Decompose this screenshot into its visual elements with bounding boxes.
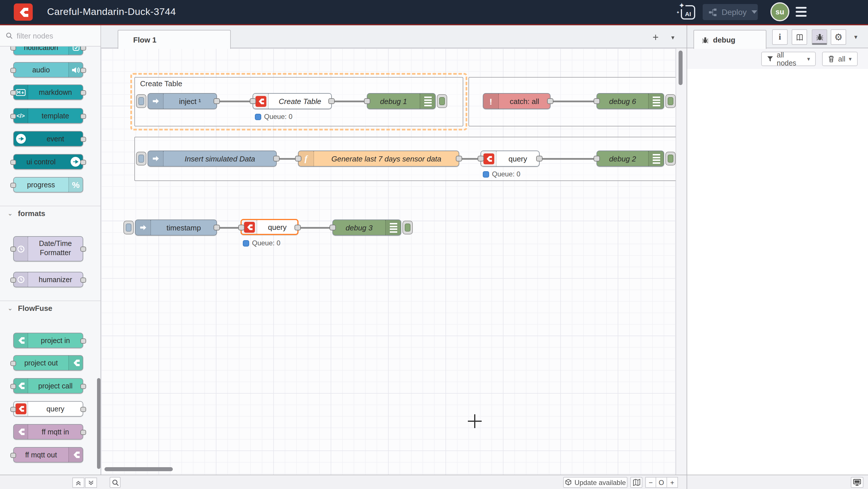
node-function-generate[interactable]: f Generate last 7 days sensor data (298, 150, 459, 167)
flowfuse-logo-icon[interactable] (14, 3, 33, 21)
wire[interactable] (216, 100, 254, 102)
deploy-caret-icon[interactable] (751, 10, 757, 14)
sidebar-tabs-caret[interactable]: ▾ (854, 33, 857, 41)
port[interactable] (214, 98, 220, 104)
node-inject[interactable]: inject ¹ (148, 93, 217, 109)
node-insert-simulated-data[interactable]: Insert simulated Data (148, 150, 277, 167)
flow-canvas[interactable]: Create Table inject ¹ Create Table Queue… (101, 48, 676, 474)
hamburger-menu-icon[interactable] (796, 7, 807, 17)
node-debug-6[interactable]: debug 6 (596, 93, 664, 109)
port[interactable] (238, 225, 245, 230)
port[interactable] (330, 225, 336, 230)
port (10, 183, 16, 188)
node-timestamp[interactable]: timestamp (135, 220, 217, 236)
section-label: formats (18, 209, 45, 218)
port[interactable] (594, 98, 600, 104)
palette-node-ff-mqtt-in[interactable]: ff mqtt in (13, 424, 83, 439)
port[interactable] (329, 98, 335, 104)
debug-toggle-button[interactable] (665, 94, 676, 108)
palette-node-event[interactable]: event (13, 131, 83, 146)
port[interactable] (295, 156, 301, 162)
debug-toggle-button[interactable] (402, 221, 413, 234)
node-query-selected[interactable]: query (241, 219, 299, 235)
palette-node-humanizer[interactable]: humanizer (13, 272, 83, 287)
port[interactable] (536, 156, 542, 162)
update-available-button[interactable]: Update available (563, 477, 627, 488)
deploy-button[interactable]: Deploy (703, 4, 758, 20)
palette-node-label: event (28, 132, 83, 146)
sparkle-small-icon: ✦ (676, 10, 680, 15)
add-flow-button[interactable]: + (649, 30, 662, 44)
trash-label: all (838, 55, 845, 63)
node-query-2[interactable]: query (480, 150, 539, 167)
palette-node-template[interactable]: </> template (13, 108, 83, 123)
palette-node-markdown[interactable]: markdown (13, 84, 83, 100)
section-header-formats[interactable]: ⌄ formats (0, 209, 101, 218)
port[interactable] (364, 98, 370, 104)
port[interactable] (250, 98, 256, 104)
ai-assistant-icon[interactable]: AI ✦ ✦ (681, 5, 695, 20)
debug-tab-button[interactable] (812, 29, 827, 45)
debug-toggle-button[interactable] (437, 94, 447, 108)
port[interactable] (547, 98, 553, 104)
debug-clear-button[interactable]: all ▾ (822, 52, 858, 66)
debug-toggle-button[interactable] (665, 152, 676, 166)
palette-node-datetime-formatter[interactable]: Date/Time Formatter (13, 236, 83, 261)
palette-filter[interactable]: filter nodes (0, 25, 100, 47)
palette-node-query[interactable]: query (13, 401, 83, 416)
wire[interactable] (549, 100, 598, 102)
caret-down-icon: ▾ (849, 56, 851, 62)
zoom-out-button[interactable]: − (645, 477, 656, 488)
port[interactable] (214, 225, 220, 230)
bug-icon (702, 36, 709, 44)
navigator-map-button[interactable] (630, 477, 642, 488)
info-tab-button[interactable]: i (772, 29, 787, 45)
node-catch-all[interactable]: ! catch: all (483, 93, 551, 109)
palette-node-project-in[interactable]: project in (13, 333, 83, 348)
inject-button[interactable] (136, 94, 146, 108)
wire[interactable] (331, 100, 368, 102)
port[interactable] (273, 156, 280, 162)
port (81, 247, 86, 252)
wire[interactable] (538, 158, 598, 160)
tab-flow-1[interactable]: Flow 1 (118, 30, 231, 49)
zoom-reset-button[interactable]: O (656, 477, 667, 488)
config-gear-tab-button[interactable]: ⚙ (831, 29, 846, 45)
inject-button[interactable] (136, 152, 146, 166)
sidebar-tab-debug[interactable]: debug (693, 30, 766, 49)
palette-node-project-out[interactable]: project out (13, 355, 83, 371)
canvas-search-button[interactable] (110, 477, 121, 488)
open-window-button[interactable] (851, 477, 863, 488)
palette-scrollbar[interactable] (97, 378, 100, 469)
node-debug-1[interactable]: debug 1 (367, 93, 436, 109)
expand-all-button[interactable] (85, 478, 97, 488)
section-header-flowfuse[interactable]: ⌄ FlowFuse (0, 304, 101, 313)
canvas-horizontal-scrollbar[interactable] (104, 467, 173, 471)
node-create-table-query[interactable]: Create Table (253, 93, 332, 109)
node-label: Generate last 7 days sensor data (314, 151, 459, 166)
inject-button[interactable] (123, 221, 134, 234)
port[interactable] (477, 156, 484, 162)
node-debug-2[interactable]: debug 2 (596, 150, 664, 167)
palette-node-progress[interactable]: progress % (13, 177, 83, 193)
canvas-vertical-scrollbar[interactable] (679, 51, 683, 85)
zoom-in-button[interactable]: + (667, 477, 678, 488)
palette-node-ff-mqtt-out[interactable]: ff mqtt out (13, 447, 83, 463)
help-book-tab-button[interactable] (792, 29, 807, 45)
node-debug-3[interactable]: debug 3 (332, 220, 401, 236)
inject-arrow-icon (135, 220, 151, 235)
port (10, 90, 16, 95)
collapse-all-button[interactable] (72, 478, 84, 488)
port[interactable] (294, 225, 301, 230)
avatar[interactable]: su (770, 2, 789, 21)
port[interactable] (456, 156, 462, 162)
palette-node-project-call[interactable]: project call (13, 378, 83, 394)
percent-icon: % (68, 177, 83, 192)
debug-filter-button[interactable]: all nodes ▾ (761, 52, 816, 66)
flow-list-caret[interactable]: ▾ (668, 33, 677, 42)
port[interactable] (594, 156, 600, 162)
palette-node-audio[interactable]: audio (13, 62, 83, 78)
wire[interactable] (298, 227, 334, 228)
palette-node-ui-control[interactable]: ui control (13, 154, 83, 170)
sparkle-icon: ✦ (678, 2, 685, 9)
